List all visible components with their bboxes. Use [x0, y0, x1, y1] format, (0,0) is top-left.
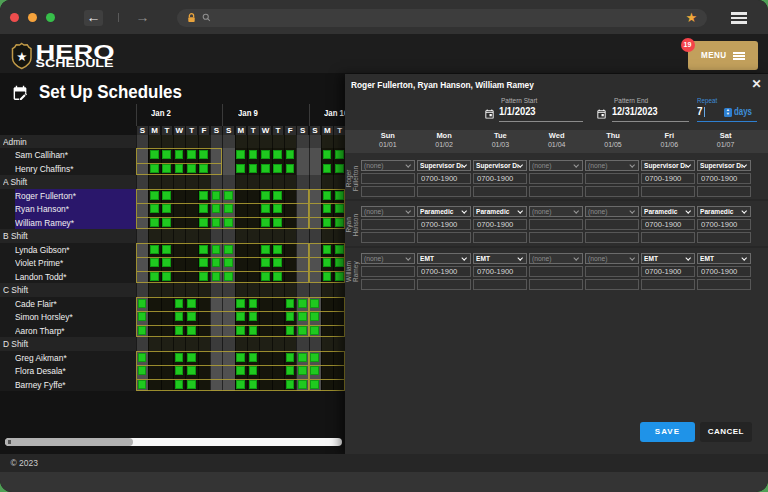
- svg-text:SCHEDULE: SCHEDULE: [36, 57, 114, 69]
- svg-text:★: ★: [16, 50, 27, 64]
